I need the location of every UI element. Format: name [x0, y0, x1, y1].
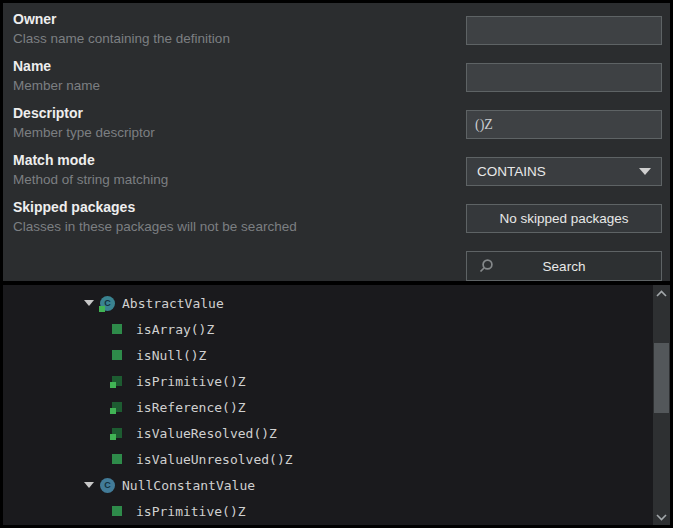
match-mode-value: CONTAINS	[477, 164, 546, 179]
results-panel: CAbstractValueisArray()ZisNull()ZisPrimi…	[3, 285, 670, 525]
tree-item-isreference-z[interactable]: isReference()Z	[3, 394, 670, 420]
tree: CAbstractValueisArray()ZisNull()ZisPrimi…	[3, 285, 670, 524]
owner-input[interactable]	[466, 16, 662, 45]
form-row-skipped-packages: Skipped packages Classes in these packag…	[13, 197, 662, 244]
abstract-method-icon	[112, 402, 122, 412]
match-mode-description: Method of string matching	[13, 170, 168, 190]
search-icon	[478, 258, 495, 275]
abstract-method-icon	[112, 428, 122, 438]
name-input[interactable]	[466, 63, 662, 92]
scroll-down-button[interactable]	[653, 509, 670, 525]
tree-item-isarray-z[interactable]: isArray()Z	[3, 316, 670, 342]
skipped-packages-button[interactable]: No skipped packages	[466, 204, 662, 233]
tree-expander-icon[interactable]	[84, 482, 94, 488]
tree-item-label: isValueUnresolved()Z	[136, 452, 293, 467]
tree-item-nullconstantvalue[interactable]: CNullConstantValue	[3, 472, 670, 498]
member-search-window: Owner Class name containing the definiti…	[0, 0, 673, 528]
abstract-class-icon: C	[100, 296, 115, 311]
descriptor-input[interactable]	[466, 110, 662, 139]
tree-item-isprimitive-z[interactable]: isPrimitive()Z	[3, 498, 670, 524]
class-icon: C	[100, 478, 115, 493]
tree-item-isnull-z[interactable]: isNull()Z	[3, 342, 670, 368]
method-icon	[112, 454, 122, 464]
search-form: Owner Class name containing the definiti…	[3, 3, 670, 281]
match-mode-select[interactable]: CONTAINS	[466, 157, 662, 186]
form-row-descriptor: Descriptor Member type descriptor	[13, 103, 662, 150]
method-icon	[112, 350, 122, 360]
tree-item-label: isArray()Z	[136, 322, 214, 337]
descriptor-label: Descriptor	[13, 103, 155, 123]
skipped-packages-label: Skipped packages	[13, 197, 297, 217]
skipped-packages-description: Classes in these packages will not be se…	[13, 217, 297, 237]
tree-item-abstractvalue[interactable]: CAbstractValue	[3, 290, 670, 316]
scrollbar-thumb[interactable]	[654, 343, 669, 413]
tree-item-label: isPrimitive()Z	[136, 374, 246, 389]
search-button[interactable]: Search	[466, 251, 662, 281]
tree-item-label: AbstractValue	[122, 296, 224, 311]
owner-description: Class name containing the definition	[13, 29, 230, 49]
form-row-owner: Owner Class name containing the definiti…	[13, 9, 662, 56]
chevron-down-icon	[639, 168, 651, 175]
scrollbar-track[interactable]	[653, 285, 670, 525]
method-icon	[112, 506, 122, 516]
tree-item-label: isReference()Z	[136, 400, 246, 415]
descriptor-description: Member type descriptor	[13, 123, 155, 143]
tree-item-label: NullConstantValue	[122, 478, 255, 493]
tree-expander-icon[interactable]	[84, 300, 94, 306]
tree-item-isprimitive-z[interactable]: isPrimitive()Z	[3, 368, 670, 394]
abstract-method-icon	[112, 376, 122, 386]
tree-item-isvalueresolved-z[interactable]: isValueResolved()Z	[3, 420, 670, 446]
chevron-up-icon	[656, 290, 667, 297]
tree-item-label: isNull()Z	[136, 348, 206, 363]
form-row-name: Name Member name	[13, 56, 662, 103]
method-icon	[112, 324, 122, 334]
tree-item-label: isPrimitive()Z	[136, 504, 246, 519]
owner-label: Owner	[13, 9, 230, 29]
match-mode-label: Match mode	[13, 150, 168, 170]
chevron-down-icon	[656, 514, 667, 521]
scroll-up-button[interactable]	[653, 285, 670, 301]
tree-item-label: isValueResolved()Z	[136, 426, 277, 441]
form-row-match-mode: Match mode Method of string matching CON…	[13, 150, 662, 197]
name-label: Name	[13, 56, 100, 76]
search-button-label: Search	[543, 259, 586, 274]
tree-item-isvalueunresolved-z[interactable]: isValueUnresolved()Z	[3, 446, 670, 472]
name-description: Member name	[13, 76, 100, 96]
